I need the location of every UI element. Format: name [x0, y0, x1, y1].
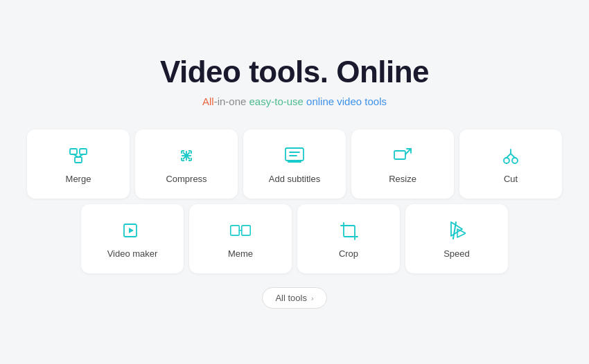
add-subtitles-label: Add subtitles — [269, 174, 320, 184]
cut-label: Cut — [504, 174, 518, 184]
svg-point-26 — [512, 158, 518, 163]
tool-card-compress[interactable]: Compress — [135, 129, 238, 199]
page-title: Video tools. Online — [160, 55, 429, 89]
resize-label: Resize — [389, 174, 416, 184]
meme-label: Meme — [228, 248, 253, 259]
video-maker-label: Video maker — [107, 248, 158, 259]
svg-rect-2 — [75, 157, 82, 163]
svg-marker-41 — [457, 229, 466, 237]
svg-line-28 — [511, 154, 515, 158]
hero-section: Video tools. Online All-in-one easy-to-u… — [160, 55, 429, 107]
subtitles-icon — [283, 145, 306, 167]
tool-card-resize[interactable]: Resize — [351, 129, 454, 199]
video-maker-icon — [121, 219, 143, 242]
svg-marker-31 — [129, 228, 134, 233]
chevron-right-icon: › — [311, 294, 314, 302]
svg-rect-33 — [242, 226, 250, 235]
hero-subtitle: All-in-one easy-to-use online video tool… — [160, 95, 429, 107]
tools-row-2: Video maker Meme — [81, 204, 508, 273]
svg-line-27 — [507, 154, 511, 158]
tools-row-1: Merge — [27, 129, 562, 199]
tool-card-add-subtitles[interactable]: Add subtitles — [243, 129, 346, 199]
merge-icon — [67, 145, 89, 167]
crop-label: Crop — [339, 248, 358, 259]
svg-rect-23 — [394, 151, 405, 159]
cut-icon — [500, 145, 522, 167]
svg-rect-1 — [80, 149, 87, 154]
tool-card-crop[interactable]: Crop — [297, 204, 400, 273]
speed-icon — [446, 219, 468, 242]
svg-rect-32 — [231, 226, 239, 235]
svg-rect-19 — [285, 148, 304, 161]
compress-label: Compress — [166, 174, 206, 184]
all-tools-button[interactable]: All tools › — [262, 287, 326, 309]
svg-marker-40 — [451, 222, 462, 236]
crop-icon — [337, 219, 360, 242]
tools-section: Merge — [24, 129, 565, 273]
svg-line-24 — [405, 149, 411, 154]
meme-icon — [229, 219, 252, 242]
tool-card-meme[interactable]: Meme — [189, 204, 292, 273]
svg-point-25 — [504, 158, 509, 163]
merge-label: Merge — [66, 174, 91, 184]
tool-card-merge[interactable]: Merge — [27, 129, 130, 199]
speed-label: Speed — [443, 248, 470, 259]
svg-rect-0 — [70, 149, 77, 154]
tool-card-cut[interactable]: Cut — [459, 129, 562, 199]
compress-icon — [175, 145, 197, 167]
tool-card-speed[interactable]: Speed — [405, 204, 508, 273]
resize-icon — [392, 145, 414, 167]
svg-rect-35 — [344, 226, 355, 237]
tool-card-video-maker[interactable]: Video maker — [81, 204, 184, 273]
all-tools-label: All tools — [275, 293, 307, 303]
